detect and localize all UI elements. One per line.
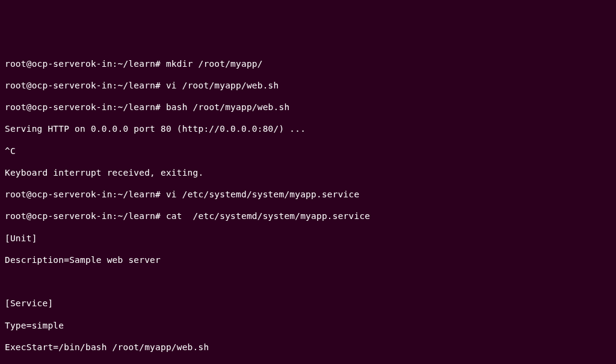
terminal-output: Serving HTTP on 0.0.0.0 port 80 (http://… [5, 123, 611, 134]
prompt-user: root@ocp-serverok-in [5, 59, 112, 69]
terminal-output: ^C [5, 146, 611, 156]
file-content: Type=simple [5, 320, 611, 331]
terminal-line: root@ocp-serverok-in:~/learn# vi /root/m… [5, 80, 611, 91]
command-text: vi /root/myapp/web.sh [166, 81, 279, 90]
terminal-line: root@ocp-serverok-in:~/learn# bash /root… [5, 102, 611, 113]
terminal-window[interactable]: root@ocp-serverok-in:~/learn# mkdir /roo… [5, 48, 611, 365]
command-text: cat /etc/systemd/system/myapp.service [166, 211, 370, 221]
terminal-output: Keyboard interrupt received, exiting. [5, 167, 611, 178]
command-text: mkdir /root/myapp/ [166, 59, 263, 69]
file-content: [Unit] [5, 233, 611, 244]
terminal-line: root@ocp-serverok-in:~/learn# vi /etc/sy… [5, 189, 611, 200]
command-text: vi /etc/systemd/system/myapp.service [166, 190, 359, 199]
blank-line [5, 276, 611, 287]
terminal-line: root@ocp-serverok-in:~/learn# mkdir /roo… [5, 58, 611, 69]
file-content: Description=Sample web server [5, 254, 611, 265]
prompt-path: ~/learn [118, 59, 156, 69]
file-content: [Service] [5, 298, 611, 309]
terminal-line: root@ocp-serverok-in:~/learn# cat /etc/s… [5, 211, 611, 221]
command-text: bash /root/myapp/web.sh [166, 102, 289, 112]
file-content: ExecStart=/bin/bash /root/myapp/web.sh [5, 342, 611, 353]
